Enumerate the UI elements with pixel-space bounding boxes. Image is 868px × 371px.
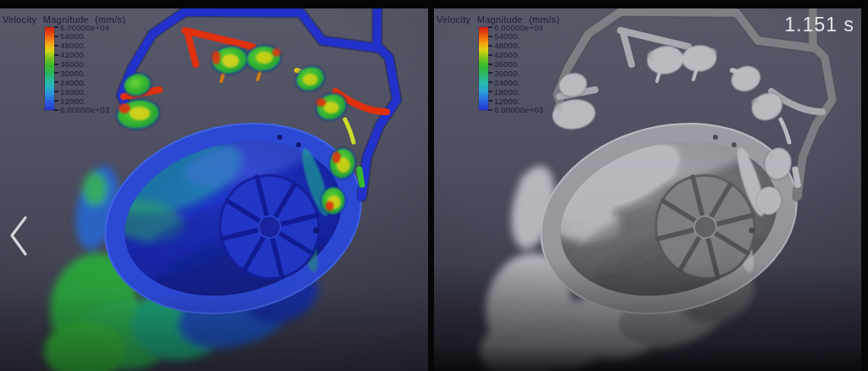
right-letterbox-bar	[861, 0, 868, 371]
previous-button[interactable]	[7, 214, 32, 258]
chevron-left-icon	[7, 214, 32, 258]
viewport-mold-ghost[interactable]: Velocity Magnitude (mm/s) 6.00000e+04540…	[434, 8, 861, 371]
simulation-model-colored	[0, 8, 428, 371]
simulation-comparison-view: Velocity Magnitude (mm/s) 6.00000e+04540…	[0, 0, 868, 371]
panel-divider	[428, 0, 434, 371]
simulation-timestamp: 1.151 s	[785, 14, 854, 36]
simulation-model-ghost	[436, 8, 861, 371]
top-letterbox-bar	[0, 0, 868, 8]
viewport-filled-simulation[interactable]: Velocity Magnitude (mm/s) 6.00000e+04540…	[0, 8, 428, 371]
